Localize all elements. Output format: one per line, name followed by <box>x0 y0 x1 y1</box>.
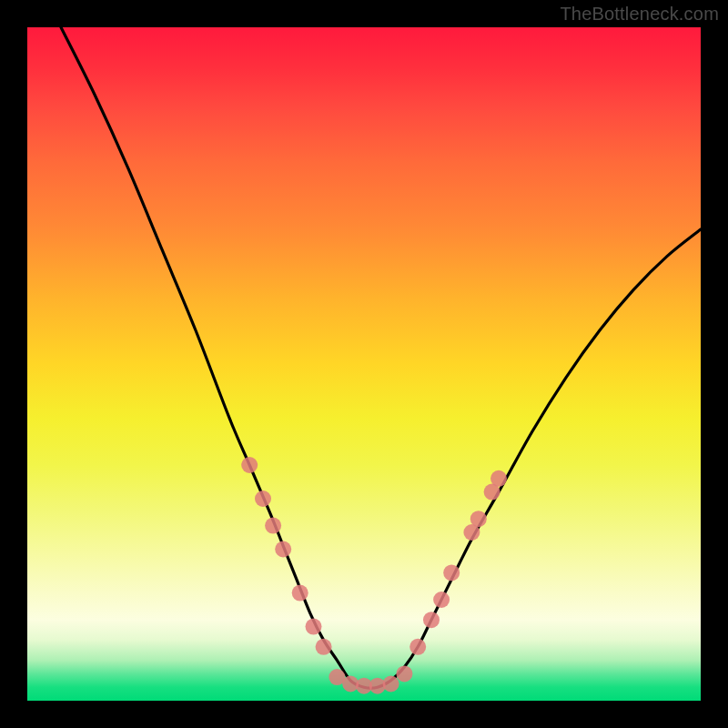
marker-dot <box>306 619 322 635</box>
marker-dot <box>383 676 399 693</box>
marker-dot <box>490 470 507 487</box>
watermark-text: TheBottleneck.com <box>560 4 719 25</box>
marker-dot <box>255 490 271 507</box>
marker-dot <box>396 665 412 682</box>
marker-dot <box>470 511 487 527</box>
plot-area <box>27 27 701 701</box>
marker-dot <box>265 518 281 534</box>
marker-dot <box>241 457 258 473</box>
chart-svg <box>27 27 701 701</box>
marker-dot <box>292 585 308 602</box>
chart-frame: TheBottleneck.com <box>0 0 728 728</box>
marker-dot <box>275 541 291 558</box>
marker-dot <box>316 639 332 655</box>
marker-dot <box>423 612 440 628</box>
markers-group <box>241 457 507 694</box>
curve-path <box>61 27 701 688</box>
marker-dot <box>410 639 426 655</box>
marker-dot <box>433 592 450 608</box>
marker-dot <box>443 564 460 581</box>
